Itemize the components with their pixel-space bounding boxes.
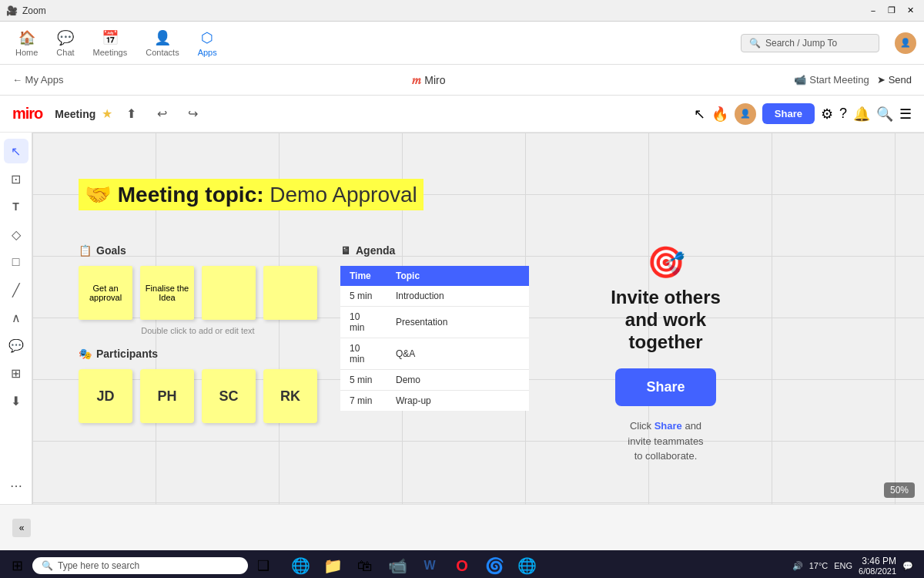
avatar-ph: PH	[140, 369, 194, 423]
menu-icon[interactable]: ☰	[899, 106, 912, 123]
tool-line[interactable]: ╱	[4, 277, 28, 302]
zoom-nav-apps[interactable]: ⬡Apps	[190, 26, 225, 60]
participants-label: Participants	[96, 348, 158, 360]
taskbar-app-zoom[interactable]: 📹	[382, 550, 413, 578]
miro-logo-icon: 𝑚	[412, 73, 421, 87]
taskbar-app-app1[interactable]: 🌀	[479, 550, 510, 578]
search-board-icon[interactable]: 🔍	[876, 106, 893, 123]
sticky-note-4[interactable]	[263, 266, 317, 320]
tool-grid[interactable]: ⊞	[4, 361, 28, 385]
send-button[interactable]: ➤ Send	[877, 74, 912, 86]
board-title: Meeting	[55, 108, 95, 120]
invite-share-link: Share	[654, 420, 682, 432]
canvas-area[interactable]: ↖ ⊡ T ◇ □ ╱ ∧ 💬 ⊞ ⬇ ⋯ 🤝 Meeting topic: D…	[0, 133, 924, 504]
topic-cell-2: Q&A	[387, 338, 529, 370]
start-button[interactable]: ⊞	[5, 553, 29, 578]
tool-sticky[interactable]: ◇	[4, 222, 28, 247]
zoom-nav-home[interactable]: 🏠Home	[8, 26, 45, 60]
miro-appbar-right: 📹 Start Meeting ➤ Send	[794, 74, 912, 86]
tool-more[interactable]: ⋯	[4, 473, 28, 498]
topic-cell-0: Introduction	[387, 286, 529, 307]
language: ENG	[834, 561, 852, 570]
taskbar-app-word[interactable]: W	[414, 550, 445, 578]
agenda-label: Agenda	[356, 244, 395, 257]
taskbar-app-opera[interactable]: O	[447, 550, 477, 578]
taskbar-app-store[interactable]: 🛍	[350, 550, 380, 578]
share-button[interactable]: Share	[762, 103, 815, 124]
time-cell-0: 5 min	[340, 286, 387, 307]
zoom-percent: 50%	[884, 482, 915, 498]
sticky-hint: Double click to add or edit text	[79, 326, 317, 335]
participants-icon: 🎭	[79, 348, 92, 360]
agenda-icon: 🖥	[340, 244, 351, 257]
agenda-row-0: 5 minIntroduction	[340, 286, 529, 307]
meeting-heading: 🤝 Meeting topic: Demo Approval	[79, 179, 424, 210]
undo-button[interactable]: ↩	[149, 102, 174, 126]
taskbar-system: 🔊 17°C ENG 3:46 PM 6/08/2021 💬	[786, 556, 919, 576]
tool-shape[interactable]: □	[4, 250, 28, 274]
start-meeting-button[interactable]: 📹 Start Meeting	[794, 74, 869, 86]
topic-cell-1: Presentation	[387, 307, 529, 338]
send-icon: ➤	[877, 74, 886, 86]
goals-icon: 📋	[79, 244, 92, 257]
redo-button[interactable]: ↪	[180, 102, 205, 126]
flame-icon[interactable]: 🔥	[711, 106, 728, 123]
sticky-note-2[interactable]: Finalise the Idea	[140, 266, 194, 320]
collapse-button[interactable]: «	[12, 519, 31, 537]
help-icon[interactable]: ?	[839, 106, 847, 122]
left-sidebar: ↖ ⊡ T ◇ □ ╱ ∧ 💬 ⊞ ⬇ ⋯	[0, 133, 32, 504]
taskbar-app-edge[interactable]: 🌐	[285, 550, 316, 578]
window-controls: − ❐ ✕	[865, 3, 918, 18]
board-content: 🤝 Meeting topic: Demo Approval 📋 Goals G…	[79, 179, 733, 464]
task-view-button[interactable]: ❑	[251, 553, 276, 578]
invite-share-button[interactable]: Share	[615, 368, 715, 406]
apps-icon: ⬡	[201, 29, 213, 46]
camera-icon: 📹	[794, 74, 806, 86]
home-label: Home	[15, 48, 38, 57]
apps-label: Apps	[198, 48, 217, 57]
taskbar-apps: 🌐 📁 🛍 📹 W O 🌀 🌐	[285, 550, 542, 578]
time-cell-3: 5 min	[340, 370, 387, 391]
my-apps-label[interactable]: ← My Apps	[12, 74, 63, 86]
export-button[interactable]: ⬆	[119, 102, 143, 126]
close-button[interactable]: ✕	[902, 3, 918, 18]
participants-row: JD PH SC RK	[79, 369, 317, 423]
zoom-search-label: Search / Jump To	[765, 38, 837, 49]
tool-select[interactable]: ↖	[4, 139, 28, 163]
tool-comment[interactable]: 💬	[4, 333, 28, 358]
tool-pen[interactable]: ∧	[4, 305, 28, 330]
user-avatar[interactable]: 👤	[895, 32, 916, 54]
restore-button[interactable]: ❐	[884, 3, 899, 18]
contacts-icon: 👤	[154, 29, 171, 46]
zoom-nav-meetings[interactable]: 📅Meetings	[85, 26, 136, 60]
avatar-rk: RK	[263, 369, 317, 423]
minimize-button[interactable]: −	[865, 3, 881, 18]
tool-template[interactable]: ⬇	[4, 388, 28, 413]
windows-taskbar: ⊞ 🔍 Type here to search ❑ 🌐 📁 🛍 📹 W O 🌀 …	[0, 550, 924, 578]
zoom-nav-chat[interactable]: 💬Chat	[49, 26, 82, 60]
taskbar-time: 3:46 PM 6/08/2021	[859, 556, 896, 576]
temperature: 17°C	[809, 561, 829, 570]
sticky-note-3[interactable]	[202, 266, 256, 320]
taskbar-search[interactable]: 🔍 Type here to search	[32, 557, 248, 574]
avatar-sc: SC	[202, 369, 256, 423]
invite-icon: 🎯	[598, 244, 733, 281]
miro-brand-logo: miro	[12, 105, 42, 123]
participants-section: 🎭 Participants JD PH SC RK	[79, 348, 317, 423]
zoom-search-bar[interactable]: 🔍 Search / Jump To	[741, 34, 879, 52]
notifications-icon[interactable]: 🔔	[853, 106, 870, 123]
favorite-icon[interactable]: ★	[102, 106, 112, 121]
chat-icon: 💬	[57, 29, 74, 46]
notifications-system-icon[interactable]: 💬	[902, 561, 913, 571]
settings-icon[interactable]: ⚙	[821, 106, 833, 123]
zoom-nav-contacts[interactable]: 👤Contacts	[138, 26, 186, 60]
sticky-note-1[interactable]: Get an approval	[79, 266, 132, 320]
tool-text[interactable]: T	[4, 194, 28, 219]
tool-frame[interactable]: ⊡	[4, 166, 28, 191]
taskbar-app-explorer[interactable]: 📁	[317, 550, 348, 578]
col-topic: Topic	[387, 266, 529, 286]
cursor-icon[interactable]: ↖	[694, 106, 705, 123]
miro-app-name: Miro	[424, 74, 445, 86]
taskbar-app-chrome[interactable]: 🌐	[511, 550, 542, 578]
user-avatar-toolbar[interactable]: 👤	[735, 103, 756, 125]
